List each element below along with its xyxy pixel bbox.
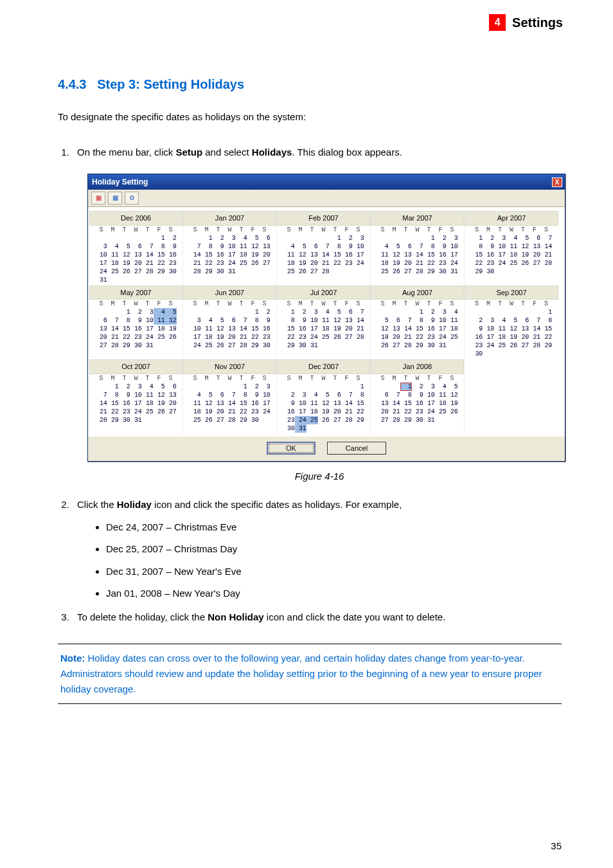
note-box: Note: Holiday dates can cross over to th… (58, 644, 562, 704)
non-holiday-icon[interactable]: ▦ (108, 192, 122, 204)
list-item: Dec 31, 2007 – New Year's Eve (106, 565, 562, 579)
section-title: Step 3: Setting Holidays (97, 77, 244, 91)
page-number: 35 (551, 840, 562, 851)
month-header: Mar 2007 (371, 211, 464, 226)
list-item: Jan 01, 2008 – New Year's Day (106, 586, 562, 601)
steps-list: On the menu bar, click Setup and select … (58, 145, 562, 625)
note-label: Note: (60, 653, 85, 664)
holiday-setting-dialog: Holiday Setting X ▦ ▦ ⚙ Dec 2006SMTWTFS … (87, 174, 565, 462)
month-cell: May 2007SMTWTFS 1 2 3 4 5 6 7 8 91011121… (89, 285, 183, 360)
step-2: Click the Holiday icon and click the spe… (72, 498, 562, 601)
month-header: Apr 2007 (465, 211, 558, 226)
ok-button[interactable]: OK (267, 442, 315, 455)
dialog-title: Holiday Setting (92, 176, 148, 188)
month-header: May 2007 (89, 285, 182, 300)
cancel-button[interactable]: Cancel (327, 442, 386, 455)
month-header: Aug 2007 (371, 285, 464, 300)
month-header: Jul 2007 (277, 285, 370, 300)
month-cell (465, 359, 558, 434)
month-header: Jan 2008 (371, 359, 464, 374)
chapter-title: Settings (512, 15, 563, 30)
month-cell: Aug 2007SMTWTFS 1 2 3 4 5 6 7 8 91011121… (371, 285, 465, 360)
month-cell: Feb 2007SMTWTFS 1 2 3 4 5 6 7 8 91011121… (277, 211, 371, 285)
month-cell: Mar 2007SMTWTFS 1 2 3 4 5 6 7 8 91011121… (371, 211, 465, 285)
month-cell: Jan 2007SMTWTFS 1 2 3 4 5 6 7 8 91011121… (183, 211, 277, 285)
month-header: Dec 2007 (277, 359, 370, 374)
month-cell: Jan 2008SMTWTFS 1 2 3 4 5 6 7 8 91011121… (371, 359, 465, 434)
dialog-toolbar: ▦ ▦ ⚙ (88, 190, 565, 207)
month-cell: Sep 2007SMTWTFS 1 2 3 4 5 6 7 8 91011121… (465, 285, 558, 360)
close-icon[interactable]: X (552, 177, 562, 187)
step-1: On the menu bar, click Setup and select … (72, 145, 562, 484)
month-header: Jun 2007 (183, 285, 276, 300)
figure-caption: Figure 4-16 (77, 469, 562, 484)
section-heading: 4.4.3 Step 3: Setting Holidays (58, 77, 562, 92)
section-number: 4.4.3 (58, 77, 86, 91)
note-text: Holiday dates can cross over to the foll… (60, 653, 542, 694)
chapter-badge: 4 (489, 14, 506, 31)
month-cell: Nov 2007SMTWTFS 1 2 3 4 5 6 7 8 91011121… (183, 359, 277, 434)
step-3: To delete the holiday, click the Non Hol… (72, 610, 562, 625)
example-dates-list: Dec 24, 2007 – Christmas EveDec 25, 2007… (77, 520, 562, 601)
calendar-grid: Dec 2006SMTWTFS 1 2 3 4 5 6 7 8 91011121… (88, 207, 565, 437)
month-header: Nov 2007 (183, 359, 276, 374)
toolbar-extra-icon[interactable]: ⚙ (125, 192, 139, 204)
holiday-icon[interactable]: ▦ (91, 192, 105, 204)
month-cell: Jun 2007SMTWTFS 1 2 3 4 5 6 7 8 91011121… (183, 285, 277, 360)
month-cell: Jul 2007SMTWTFS 1 2 3 4 5 6 7 8 91011121… (277, 285, 371, 360)
list-item: Dec 25, 2007 – Christmas Day (106, 542, 562, 557)
month-header: Jan 2007 (183, 211, 276, 226)
month-header: Feb 2007 (277, 211, 370, 226)
month-cell: Oct 2007SMTWTFS 1 2 3 4 5 6 7 8 91011121… (89, 359, 183, 434)
month-cell: Dec 2006SMTWTFS 1 2 3 4 5 6 7 8 91011121… (89, 211, 183, 285)
intro-text: To designate the specific dates as holid… (58, 110, 562, 125)
month-cell: Apr 2007SMTWTFS 1 2 3 4 5 6 7 8 91011121… (465, 211, 558, 285)
list-item: Dec 24, 2007 – Christmas Eve (106, 520, 562, 535)
month-header: Dec 2006 (89, 211, 182, 226)
month-header: Sep 2007 (465, 285, 558, 300)
month-cell: Dec 2007SMTWTFS 1 2 3 4 5 6 7 8 91011121… (277, 359, 371, 434)
month-header: Oct 2007 (89, 359, 182, 374)
